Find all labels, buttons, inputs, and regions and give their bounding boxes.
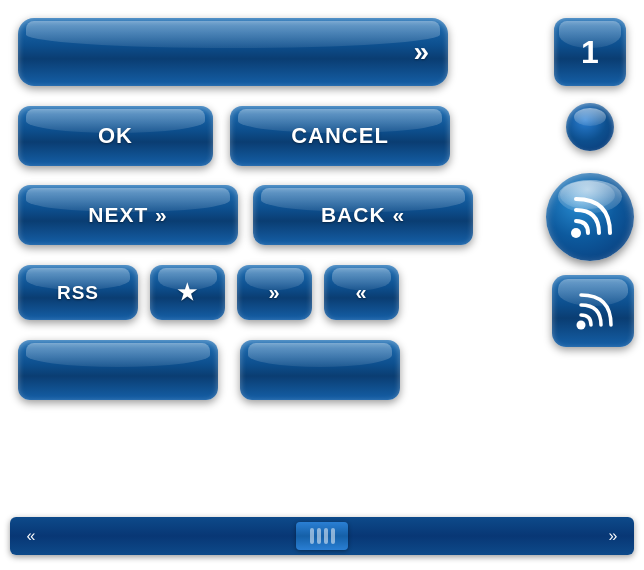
scrollbar[interactable]: « »: [10, 517, 634, 555]
cancel-button[interactable]: CANCEL: [230, 106, 450, 166]
back-small-icon: «: [355, 281, 367, 304]
svg-point-0: [571, 228, 581, 238]
star-button[interactable]: ★: [150, 265, 225, 320]
wide-left-button[interactable]: [18, 340, 218, 400]
wide-right-button[interactable]: [240, 340, 400, 400]
scrollbar-thumb[interactable]: [296, 522, 348, 550]
svg-point-1: [577, 321, 586, 330]
forward-small-icon: »: [268, 281, 280, 304]
scroll-left-button[interactable]: «: [10, 517, 52, 555]
small-circle-button[interactable]: [566, 103, 614, 151]
main-canvas: » 1 OK CANCEL NEXT » BACK « RSS: [0, 0, 644, 570]
grip-3: [324, 528, 328, 544]
grip-4: [331, 528, 335, 544]
next-button[interactable]: NEXT »: [18, 185, 238, 245]
forward-small-button[interactable]: »: [237, 265, 312, 320]
rss-square-button[interactable]: [552, 275, 634, 347]
scrollbar-track[interactable]: [52, 517, 592, 555]
back-button[interactable]: BACK «: [253, 185, 473, 245]
grip-2: [317, 528, 321, 544]
rss-circle-icon: [564, 191, 616, 243]
badge-label: 1: [581, 34, 599, 71]
scroll-right-button[interactable]: »: [592, 517, 634, 555]
ok-button[interactable]: OK: [18, 106, 213, 166]
forward-button[interactable]: »: [18, 18, 448, 86]
forward-icon: »: [413, 36, 430, 68]
back-small-button[interactable]: «: [324, 265, 399, 320]
grip-1: [310, 528, 314, 544]
badge-one-button[interactable]: 1: [554, 18, 626, 86]
rss-square-icon: [571, 289, 615, 333]
rss-label-button[interactable]: RSS: [18, 265, 138, 320]
rss-circle-button[interactable]: [546, 173, 634, 261]
